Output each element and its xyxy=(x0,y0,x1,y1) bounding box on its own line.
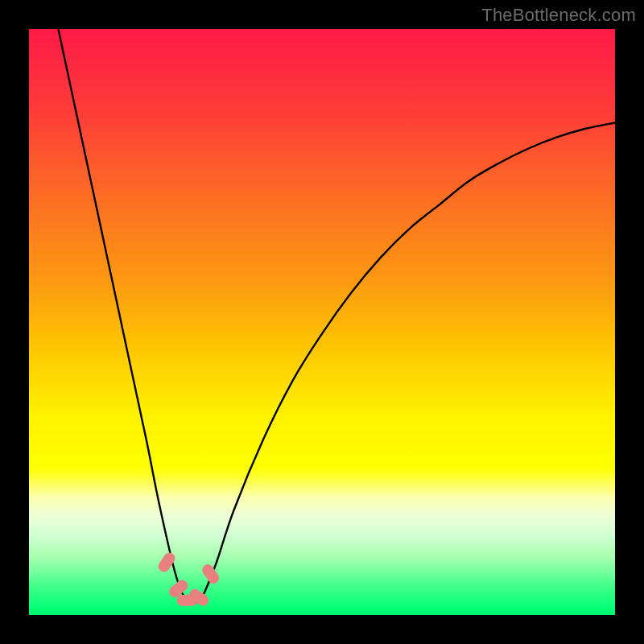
bottleneck-curve xyxy=(58,29,615,603)
markers-group xyxy=(156,551,221,609)
chart-frame: TheBottleneck.com xyxy=(0,0,644,644)
curve-svg xyxy=(29,29,615,615)
watermark-text: TheBottleneck.com xyxy=(481,5,636,26)
plot-area xyxy=(29,29,615,615)
curve-marker xyxy=(200,562,221,585)
